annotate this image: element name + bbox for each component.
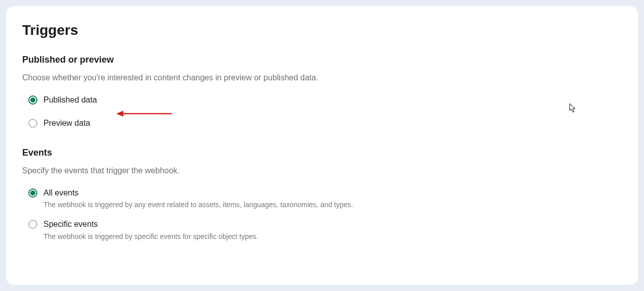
radio-option-published-data[interactable]: Published data	[28, 94, 622, 106]
radio-label: Preview data	[43, 118, 90, 129]
section-desc-published-preview: Choose whether you're interested in cont…	[22, 73, 622, 82]
radio-text-block: Published data	[43, 94, 97, 106]
section-title-published-preview: Published or preview	[22, 55, 622, 65]
radio-sublabel: The webhook is triggered by specific eve…	[43, 232, 258, 240]
radio-group-published-preview: Published data Preview data	[22, 94, 622, 129]
radio-icon	[28, 95, 37, 105]
radio-label: Published data	[43, 94, 97, 106]
radio-label: All events	[43, 187, 353, 199]
radio-icon	[28, 188, 37, 198]
radio-text-block: Preview data	[43, 118, 90, 129]
radio-text-block: All events The webhook is triggered by a…	[43, 187, 353, 209]
radio-option-all-events[interactable]: All events The webhook is triggered by a…	[28, 187, 622, 209]
radio-icon	[28, 220, 37, 229]
cursor-icon	[569, 103, 577, 115]
radio-option-preview-data[interactable]: Preview data	[28, 118, 622, 129]
radio-icon	[28, 119, 37, 128]
radio-label: Specific events	[43, 219, 258, 230]
radio-sublabel: The webhook is triggered by any event re…	[43, 201, 353, 209]
radio-group-events: All events The webhook is triggered by a…	[22, 187, 622, 240]
page-title: Triggers	[22, 22, 622, 38]
radio-option-specific-events[interactable]: Specific events The webhook is triggered…	[28, 219, 622, 240]
radio-text-block: Specific events The webhook is triggered…	[43, 219, 258, 240]
section-desc-events: Specify the events that trigger the webh…	[22, 166, 622, 175]
annotation-arrow-icon	[116, 110, 172, 117]
triggers-card: Triggers Published or preview Choose whe…	[6, 6, 638, 285]
svg-marker-1	[116, 111, 123, 117]
section-title-events: Events	[22, 148, 622, 158]
